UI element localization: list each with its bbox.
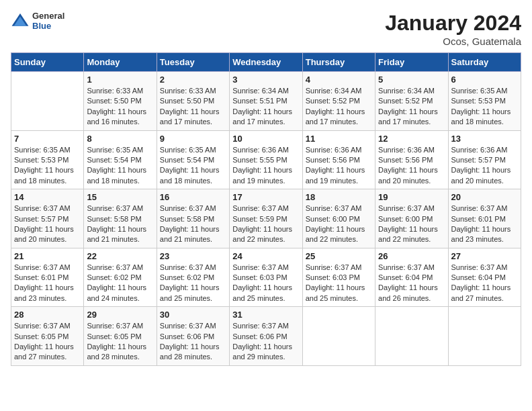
day-number: 15 [87, 192, 153, 202]
day-info: Sunrise: 6:37 AMSunset: 6:05 PMDaylight:… [14, 321, 81, 363]
calendar-header-row: SundayMondayTuesdayWednesdayThursdayFrid… [11, 53, 521, 72]
day-info: Sunrise: 6:33 AMSunset: 5:50 PMDaylight:… [160, 86, 226, 128]
day-number: 17 [232, 192, 299, 202]
title-block: January 2024 Ocos, Guatemala [385, 11, 521, 47]
calendar-cell: 22Sunrise: 6:37 AMSunset: 6:02 PMDayligh… [84, 248, 157, 307]
calendar-cell: 19Sunrise: 6:37 AMSunset: 6:00 PMDayligh… [375, 189, 448, 248]
day-number: 6 [451, 75, 518, 85]
calendar-day-header: Friday [375, 53, 448, 72]
day-info: Sunrise: 6:37 AMSunset: 6:00 PMDaylight:… [378, 203, 445, 245]
day-info: Sunrise: 6:37 AMSunset: 6:06 PMDaylight:… [160, 321, 226, 363]
day-number: 9 [160, 134, 226, 144]
day-info: Sunrise: 6:35 AMSunset: 5:54 PMDaylight:… [160, 145, 226, 187]
day-number: 31 [232, 310, 299, 320]
calendar-cell [11, 72, 84, 131]
day-number: 23 [160, 251, 226, 261]
day-number: 25 [306, 251, 372, 261]
day-number: 11 [306, 134, 372, 144]
calendar-cell: 12Sunrise: 6:36 AMSunset: 5:56 PMDayligh… [375, 130, 448, 189]
day-info: Sunrise: 6:37 AMSunset: 6:03 PMDaylight:… [306, 263, 372, 304]
logo-text: General Blue [32, 11, 64, 31]
day-info: Sunrise: 6:34 AMSunset: 5:52 PMDaylight:… [306, 86, 372, 128]
day-number: 19 [378, 192, 445, 202]
calendar-cell: 25Sunrise: 6:37 AMSunset: 6:03 PMDayligh… [302, 248, 375, 307]
calendar-day-header: Monday [84, 53, 157, 72]
logo-icon [11, 11, 30, 30]
calendar-cell: 8Sunrise: 6:35 AMSunset: 5:54 PMDaylight… [84, 130, 157, 189]
calendar-cell [375, 307, 448, 366]
day-number: 27 [451, 251, 518, 261]
calendar-cell: 13Sunrise: 6:36 AMSunset: 5:57 PMDayligh… [448, 130, 521, 189]
calendar-day-header: Tuesday [157, 53, 229, 72]
calendar-cell: 9Sunrise: 6:35 AMSunset: 5:54 PMDaylight… [157, 130, 229, 189]
day-number: 29 [87, 310, 153, 320]
calendar-week-row: 7Sunrise: 6:35 AMSunset: 5:53 PMDaylight… [11, 130, 521, 189]
day-number: 20 [451, 192, 518, 202]
calendar-day-header: Sunday [11, 53, 84, 72]
day-info: Sunrise: 6:37 AMSunset: 6:04 PMDaylight:… [378, 263, 445, 304]
day-number: 26 [378, 251, 445, 261]
logo-blue-text: Blue [32, 21, 64, 31]
calendar-cell: 18Sunrise: 6:37 AMSunset: 6:00 PMDayligh… [302, 189, 375, 248]
day-info: Sunrise: 6:33 AMSunset: 5:50 PMDaylight:… [87, 86, 153, 128]
calendar-week-row: 28Sunrise: 6:37 AMSunset: 6:05 PMDayligh… [11, 307, 521, 366]
calendar-cell: 11Sunrise: 6:36 AMSunset: 5:56 PMDayligh… [302, 130, 375, 189]
calendar-cell: 20Sunrise: 6:37 AMSunset: 6:01 PMDayligh… [448, 189, 521, 248]
calendar-cell: 14Sunrise: 6:37 AMSunset: 5:57 PMDayligh… [11, 189, 84, 248]
calendar-cell: 29Sunrise: 6:37 AMSunset: 6:05 PMDayligh… [84, 307, 157, 366]
day-info: Sunrise: 6:36 AMSunset: 5:55 PMDaylight:… [232, 145, 299, 187]
day-info: Sunrise: 6:37 AMSunset: 6:02 PMDaylight:… [87, 263, 153, 304]
calendar-cell: 16Sunrise: 6:37 AMSunset: 5:58 PMDayligh… [157, 189, 229, 248]
day-number: 16 [160, 192, 226, 202]
month-title: January 2024 [385, 11, 521, 36]
day-info: Sunrise: 6:37 AMSunset: 5:58 PMDaylight:… [160, 203, 226, 245]
calendar-cell: 2Sunrise: 6:33 AMSunset: 5:50 PMDaylight… [157, 72, 229, 131]
day-number: 4 [306, 75, 372, 85]
calendar-cell: 31Sunrise: 6:37 AMSunset: 6:06 PMDayligh… [230, 307, 302, 366]
calendar-cell: 3Sunrise: 6:34 AMSunset: 5:51 PMDaylight… [230, 72, 302, 131]
day-info: Sunrise: 6:37 AMSunset: 6:03 PMDaylight:… [232, 263, 299, 304]
calendar-cell: 6Sunrise: 6:35 AMSunset: 5:53 PMDaylight… [448, 72, 521, 131]
day-number: 10 [232, 134, 299, 144]
day-number: 3 [232, 75, 299, 85]
day-info: Sunrise: 6:37 AMSunset: 6:00 PMDaylight:… [306, 203, 372, 245]
calendar-cell: 10Sunrise: 6:36 AMSunset: 5:55 PMDayligh… [230, 130, 302, 189]
calendar-cell: 28Sunrise: 6:37 AMSunset: 6:05 PMDayligh… [11, 307, 84, 366]
calendar-cell: 1Sunrise: 6:33 AMSunset: 5:50 PMDaylight… [84, 72, 157, 131]
day-number: 5 [378, 75, 445, 85]
calendar-cell: 26Sunrise: 6:37 AMSunset: 6:04 PMDayligh… [375, 248, 448, 307]
calendar-cell: 7Sunrise: 6:35 AMSunset: 5:53 PMDaylight… [11, 130, 84, 189]
day-info: Sunrise: 6:37 AMSunset: 6:01 PMDaylight:… [14, 263, 81, 304]
calendar-cell: 4Sunrise: 6:34 AMSunset: 5:52 PMDaylight… [302, 72, 375, 131]
logo: General Blue [11, 11, 64, 31]
day-info: Sunrise: 6:35 AMSunset: 5:54 PMDaylight:… [87, 145, 153, 187]
calendar-day-header: Thursday [302, 53, 375, 72]
calendar-cell: 23Sunrise: 6:37 AMSunset: 6:02 PMDayligh… [157, 248, 229, 307]
calendar-week-row: 1Sunrise: 6:33 AMSunset: 5:50 PMDaylight… [11, 72, 521, 131]
day-info: Sunrise: 6:37 AMSunset: 5:57 PMDaylight:… [14, 203, 81, 245]
calendar-cell: 5Sunrise: 6:34 AMSunset: 5:52 PMDaylight… [375, 72, 448, 131]
day-number: 1 [87, 75, 153, 85]
day-number: 22 [87, 251, 153, 261]
location: Ocos, Guatemala [385, 36, 521, 47]
day-info: Sunrise: 6:36 AMSunset: 5:56 PMDaylight:… [306, 145, 372, 187]
logo-general-text: General [32, 11, 64, 21]
day-number: 13 [451, 134, 518, 144]
day-number: 30 [160, 310, 226, 320]
day-info: Sunrise: 6:35 AMSunset: 5:53 PMDaylight:… [14, 145, 81, 187]
day-number: 24 [232, 251, 299, 261]
day-number: 28 [14, 310, 81, 320]
calendar-week-row: 21Sunrise: 6:37 AMSunset: 6:01 PMDayligh… [11, 248, 521, 307]
day-info: Sunrise: 6:36 AMSunset: 5:56 PMDaylight:… [378, 145, 445, 187]
day-info: Sunrise: 6:37 AMSunset: 6:06 PMDaylight:… [232, 321, 299, 363]
day-number: 21 [14, 251, 81, 261]
day-info: Sunrise: 6:34 AMSunset: 5:51 PMDaylight:… [232, 86, 299, 128]
day-info: Sunrise: 6:37 AMSunset: 5:59 PMDaylight:… [232, 203, 299, 245]
calendar-table: SundayMondayTuesdayWednesdayThursdayFrid… [11, 52, 521, 366]
day-info: Sunrise: 6:36 AMSunset: 5:57 PMDaylight:… [451, 145, 518, 187]
page-header: General Blue January 2024 Ocos, Guatemal… [11, 11, 521, 47]
day-info: Sunrise: 6:37 AMSunset: 6:02 PMDaylight:… [160, 263, 226, 304]
calendar-cell: 30Sunrise: 6:37 AMSunset: 6:06 PMDayligh… [157, 307, 229, 366]
day-number: 8 [87, 134, 153, 144]
day-number: 18 [306, 192, 372, 202]
